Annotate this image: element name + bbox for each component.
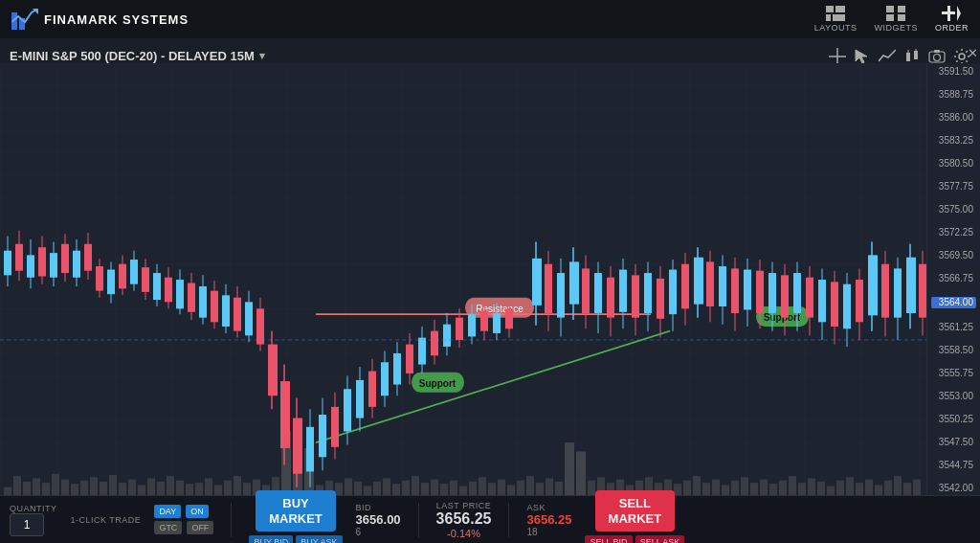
svg-rect-133 [4, 251, 11, 276]
gtc-toggle[interactable]: GTC [154, 521, 182, 534]
last-price-section: LAST PRICE 3656.25 -0.14% [436, 501, 492, 539]
svg-rect-183 [293, 419, 302, 474]
svg-rect-205 [431, 331, 438, 356]
toggle-group: DAY ON GTC OFF [154, 505, 213, 534]
svg-rect-5 [826, 14, 831, 21]
svg-text:Support: Support [419, 376, 457, 389]
svg-rect-173 [234, 298, 241, 331]
last-price-value: 3656.25 [436, 510, 492, 528]
camera-icon[interactable] [928, 48, 946, 65]
order-label: ORDER [935, 23, 969, 33]
svg-rect-257 [768, 273, 776, 313]
logo-text: FINAMARK SYSTEMS [44, 12, 189, 27]
svg-rect-267 [831, 282, 838, 327]
nav-right: LAYOUTS WIDGETS ORDER [814, 6, 969, 33]
on-toggle[interactable]: ON [186, 505, 209, 518]
svg-rect-243 [681, 264, 689, 309]
svg-rect-221 [545, 264, 552, 313]
svg-rect-4 [835, 6, 845, 12]
svg-rect-169 [211, 291, 218, 323]
order-nav[interactable]: ORDER [935, 6, 969, 33]
bottom-bar: Quantity 1-Click Trade DAY ON GTC OFF BU… [0, 495, 980, 543]
price-3547: 3547.50 [931, 438, 976, 447]
svg-point-24 [959, 54, 965, 59]
price-axis: 3591.50 3588.75 3586.00 3583.25 3580.50 … [926, 63, 980, 543]
svg-rect-187 [319, 415, 326, 457]
last-price-change: -0.14% [447, 528, 480, 539]
svg-rect-145 [73, 251, 80, 278]
price-3553: 3553.00 [931, 392, 976, 401]
price-3561: 3561.25 [931, 323, 976, 332]
quantity-input[interactable] [10, 513, 44, 536]
price-3577: 3577.75 [931, 182, 976, 192]
svg-rect-233 [619, 270, 627, 312]
day-toggle[interactable]: DAY [154, 505, 181, 518]
svg-rect-3 [826, 6, 834, 12]
svg-rect-219 [532, 259, 542, 305]
svg-rect-171 [222, 295, 230, 327]
quantity-section: Quantity [10, 504, 57, 536]
price-3580: 3580.50 [931, 159, 976, 169]
layouts-nav[interactable]: LAYOUTS [814, 6, 858, 33]
ask-section: ASK 3656.25 18 [526, 503, 571, 537]
chart-tools: ✕ [829, 48, 970, 65]
svg-rect-12 [942, 11, 955, 14]
sell-market-button[interactable]: SELLMARKET [595, 490, 676, 532]
bid-value: 3656.00 [356, 512, 401, 527]
separator-2 [418, 503, 419, 537]
chart-canvas: Resistance Support Support [0, 63, 926, 543]
svg-rect-255 [756, 271, 764, 313]
separator-1 [231, 503, 232, 537]
buy-market-button[interactable]: BUYMARKET [256, 490, 336, 532]
svg-rect-225 [569, 261, 579, 304]
svg-rect-177 [256, 308, 264, 344]
svg-rect-231 [607, 278, 614, 318]
crosshair-icon[interactable] [829, 48, 846, 65]
svg-rect-159 [153, 273, 161, 300]
svg-rect-155 [130, 260, 138, 284]
widgets-nav[interactable]: WIDGETS [874, 6, 918, 33]
price-3572: 3572.25 [931, 228, 976, 238]
logo-area: FINAMARK SYSTEMS [11, 9, 189, 30]
svg-rect-275 [881, 264, 889, 318]
price-3591: 3591.50 [931, 67, 976, 77]
svg-rect-241 [669, 270, 677, 315]
svg-rect-189 [331, 407, 339, 447]
svg-rect-10 [898, 14, 905, 21]
svg-rect-207 [443, 325, 451, 347]
svg-rect-253 [744, 270, 751, 310]
svg-rect-193 [356, 380, 364, 419]
svg-rect-229 [594, 273, 602, 313]
one-click-section: 1-Click Trade [71, 515, 142, 525]
close-panel-icon[interactable]: ✕ [968, 46, 978, 60]
svg-rect-151 [107, 270, 115, 295]
svg-rect-261 [793, 273, 801, 313]
price-3542: 3542.00 [931, 484, 976, 493]
svg-rect-7 [886, 6, 894, 12]
cursor-icon[interactable] [854, 48, 871, 65]
sell-section: SELLMARKET SELL BID SELL ASK [585, 490, 684, 543]
svg-rect-135 [15, 244, 23, 271]
svg-rect-263 [806, 278, 813, 318]
separator-3 [508, 503, 509, 537]
candle-icon[interactable] [903, 48, 921, 65]
svg-rect-141 [50, 253, 57, 278]
off-toggle[interactable]: OFF [187, 521, 213, 534]
svg-rect-269 [843, 284, 851, 329]
svg-rect-217 [505, 308, 513, 328]
buy-section: BUYMARKET BUY BID BUY ASK [249, 490, 342, 543]
price-3575: 3575.00 [931, 205, 976, 215]
sell-bid-button[interactable]: SELL BID [585, 535, 632, 543]
sell-ask-button[interactable]: SELL ASK [635, 535, 685, 543]
svg-rect-139 [38, 247, 46, 276]
svg-rect-23 [934, 50, 940, 53]
price-3558: 3558.50 [931, 346, 976, 355]
svg-rect-249 [719, 266, 726, 306]
symbol-title: E-MINI S&P 500 (DEC-20) - DELAYED 15M ▾ [10, 49, 265, 63]
buy-ask-button[interactable]: BUY ASK [296, 535, 342, 543]
line-chart-icon[interactable] [879, 48, 896, 65]
price-3569: 3569.50 [931, 251, 976, 260]
svg-rect-181 [280, 381, 290, 448]
buy-bid-button[interactable]: BUY BID [249, 535, 293, 543]
svg-rect-271 [856, 280, 863, 322]
